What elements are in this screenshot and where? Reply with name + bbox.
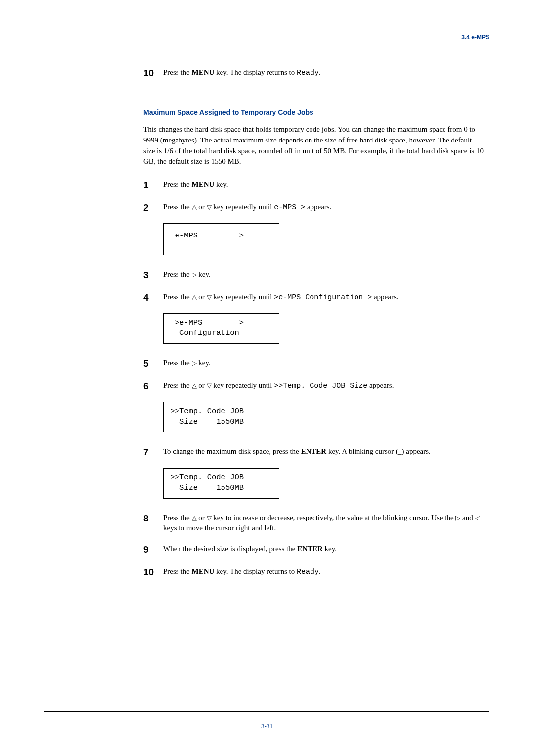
text: keys to move the cursor right and left.: [163, 524, 276, 532]
step-number: 10: [143, 66, 163, 80]
menu-key-label: MENU: [192, 68, 215, 76]
step-9: 9 When the desired size is displayed, pr…: [143, 543, 485, 557]
page-footer: 3-31: [44, 711, 490, 731]
lcd-ref: >: [274, 293, 278, 302]
content-area: 10 Press the MENU key. The display retur…: [143, 66, 485, 579]
text: key.: [197, 359, 211, 367]
step-text: Press the △ or ▽ key repeatedly until >e…: [163, 291, 485, 303]
triangle-up-icon: △: [192, 203, 197, 212]
step-number: 6: [143, 379, 163, 393]
ready-text: Ready: [297, 69, 319, 77]
step-10: 10 Press the MENU key. The display retur…: [143, 566, 485, 579]
text: key repeatedly until: [212, 381, 274, 389]
text: Press the: [163, 180, 192, 188]
text: .: [319, 68, 321, 76]
step-5: 5 Press the ▷ key.: [143, 357, 485, 371]
section-paragraph: This changes the hard disk space that ho…: [143, 124, 485, 167]
text: or: [197, 514, 207, 521]
step-7: 7 To change the maximum disk space, pres…: [143, 445, 485, 459]
header-section-ref: 3.4 e-MPS: [44, 33, 490, 42]
text: Press the: [163, 293, 192, 301]
triangle-right-icon: ▷: [192, 359, 197, 368]
top-rule: [44, 30, 490, 30]
text: and: [460, 514, 475, 521]
step-8: 8 Press the △ or ▽ key to increase or de…: [143, 512, 485, 534]
step-number: 3: [143, 268, 163, 282]
step-number: 1: [143, 178, 163, 192]
text: or: [197, 381, 207, 389]
text: Press the: [163, 203, 192, 211]
step-text: Press the ▷ key.: [163, 268, 485, 280]
step-number: 10: [143, 566, 163, 579]
step-text: When the desired size is displayed, pres…: [163, 543, 485, 555]
text: key.: [323, 545, 337, 553]
enter-key-label: ENTER: [301, 447, 326, 455]
text: Press the: [163, 567, 192, 575]
top-step-10: 10 Press the MENU key. The display retur…: [143, 66, 485, 80]
text: .: [319, 567, 321, 575]
triangle-left-icon: ◁: [475, 514, 480, 523]
step-text: Press the MENU key.: [163, 178, 485, 190]
text: key repeatedly until: [212, 293, 274, 301]
bottom-rule: [44, 711, 490, 712]
triangle-down-icon: ▽: [207, 203, 212, 212]
lcd-ref: >>Temp. Code JOB Size: [274, 382, 367, 390]
lcd-display-3: >>Temp. Code JOB Size 1550MB: [163, 402, 279, 432]
text: key.: [197, 270, 211, 278]
triangle-down-icon: ▽: [207, 293, 212, 302]
ready-text: Ready: [297, 568, 319, 576]
text: Press the: [163, 270, 192, 278]
step-text: Press the MENU key. The display returns …: [163, 566, 485, 578]
step-3: 3 Press the ▷ key.: [143, 268, 485, 282]
text: or: [197, 203, 207, 211]
step-text: Press the △ or ▽ key to increase or decr…: [163, 512, 485, 534]
text: key. The display returns to: [214, 68, 297, 76]
step-1: 1 Press the MENU key.: [143, 178, 485, 192]
lcd-display-2: >e-MPS > Configuration: [163, 313, 279, 344]
text: key to increase or decrease, respectivel…: [212, 514, 456, 521]
step-number: 8: [143, 512, 163, 525]
lcd-ref: e-MPS Configuration >: [278, 293, 372, 302]
text: Press the: [163, 68, 192, 76]
step-2: 2 Press the △ or ▽ key repeatedly until …: [143, 201, 485, 215]
step-text: Press the ▷ key.: [163, 357, 485, 369]
text: key. A blinking cursor (_) appears.: [326, 447, 431, 455]
step-text: Press the MENU key. The display returns …: [163, 66, 485, 79]
triangle-right-icon: ▷: [455, 514, 460, 523]
text: When the desired size is displayed, pres…: [163, 545, 297, 553]
menu-key-label: MENU: [192, 180, 215, 188]
enter-key-label: ENTER: [297, 545, 323, 553]
menu-key-label: MENU: [192, 567, 215, 575]
text: Press the: [163, 514, 192, 521]
lcd-ref: e-MPS >: [274, 203, 305, 212]
text: Press the: [163, 381, 192, 389]
triangle-right-icon: ▷: [192, 270, 197, 280]
lcd-display-1: e-MPS >: [163, 223, 279, 255]
text: key.: [214, 180, 228, 188]
text: or: [197, 293, 207, 301]
text: appears.: [372, 293, 398, 301]
text: key repeatedly until: [212, 203, 274, 211]
step-6: 6 Press the △ or ▽ key repeatedly until …: [143, 379, 485, 393]
triangle-down-icon: ▽: [207, 514, 212, 523]
triangle-up-icon: △: [192, 514, 197, 523]
step-number: 5: [143, 357, 163, 371]
triangle-down-icon: ▽: [207, 381, 212, 391]
lcd-display-4: >>Temp. Code JOB Size 1550MB: [163, 468, 279, 499]
text: To change the maximum disk space, press …: [163, 447, 301, 455]
text: Press the: [163, 359, 192, 367]
triangle-up-icon: △: [192, 293, 197, 302]
step-number: 9: [143, 543, 163, 557]
step-text: Press the △ or ▽ key repeatedly until e-…: [163, 201, 485, 213]
step-number: 2: [143, 201, 163, 215]
page-number: 3-31: [44, 722, 490, 731]
step-number: 4: [143, 291, 163, 305]
text: key. The display returns to: [214, 567, 297, 575]
step-text: Press the △ or ▽ key repeatedly until >>…: [163, 379, 485, 392]
triangle-up-icon: △: [192, 381, 197, 391]
step-text: To change the maximum disk space, press …: [163, 445, 485, 457]
text: appears.: [305, 203, 331, 211]
step-number: 7: [143, 445, 163, 459]
section-title: Maximum Space Assigned to Temporary Code…: [143, 107, 485, 117]
step-4: 4 Press the △ or ▽ key repeatedly until …: [143, 291, 485, 305]
